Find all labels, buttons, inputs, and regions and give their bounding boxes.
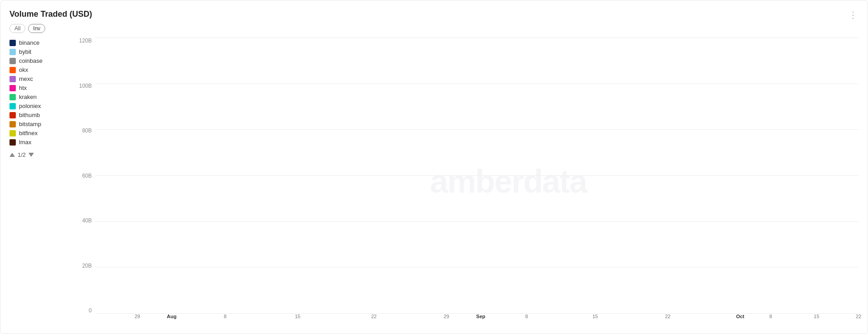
chart-inner: 120B100B80B60B40B20B0 amberdata 29Aug815… (73, 38, 859, 325)
legend-label-htx: htx (19, 85, 27, 91)
legend-item-bybit[interactable]: bybit (9, 48, 73, 55)
legend-label-coinbase: coinbase (19, 57, 42, 64)
legend-item-lmax[interactable]: lmax (9, 139, 73, 146)
legend-item-okx[interactable]: okx (9, 66, 73, 73)
y-axis-label: 120B (79, 38, 92, 44)
x-axis-label: 15 (295, 314, 300, 319)
y-axis: 120B100B80B60B40B20B0 (73, 38, 95, 325)
legend-color-mexc (9, 76, 16, 82)
x-axis-label: 15 (593, 314, 598, 319)
x-axis-label: 22 (856, 314, 861, 319)
legend-label-okx: okx (19, 66, 28, 73)
chart-title: Volume Traded (USD) (9, 9, 92, 19)
y-axis-label: 20B (82, 263, 92, 269)
filter-all-button[interactable]: All (9, 24, 25, 33)
legend-pagination: 1/2 (9, 151, 73, 158)
legend-item-htx[interactable]: htx (9, 85, 73, 91)
legend-color-bitfinex (9, 130, 16, 136)
legend-color-okx (9, 67, 16, 73)
chart-header: Volume Traded (USD) ⋮ (9, 9, 859, 20)
legend-next-button[interactable] (28, 153, 34, 157)
legend-color-bitstamp (9, 121, 16, 127)
legend-label-bybit: bybit (19, 48, 31, 55)
y-axis-label: 60B (82, 173, 92, 179)
x-axis-label: Sep (476, 314, 485, 319)
filter-inv-button[interactable]: Inv (28, 24, 45, 33)
legend: binance bybit coinbase okx mexc htx krak… (9, 38, 73, 325)
legend-item-bitstamp[interactable]: bitstamp (9, 121, 73, 127)
x-axis-label: 8 (224, 314, 226, 319)
y-axis-label: 100B (79, 83, 92, 89)
legend-color-kraken (9, 94, 16, 100)
legend-color-bithumb (9, 112, 16, 118)
legend-label-mexc: mexc (19, 75, 33, 82)
legend-item-poloniex[interactable]: poloniex (9, 103, 73, 109)
x-axis-label: 22 (371, 314, 377, 319)
legend-label-bithumb: bithumb (19, 112, 40, 118)
legend-label-bitstamp: bitstamp (19, 121, 41, 127)
x-axis-label: 29 (443, 314, 449, 319)
x-axis-label: Aug (167, 314, 176, 319)
chart-plot: amberdata 29Aug8152229Sep81522Oct81522 (95, 38, 859, 325)
legend-prev-button[interactable] (9, 153, 15, 157)
x-axis-label: 8 (769, 314, 772, 319)
more-options-icon[interactable]: ⋮ (849, 9, 859, 20)
x-axis: 29Aug8152229Sep81522Oct81522 (95, 314, 859, 325)
legend-color-lmax (9, 139, 16, 146)
legend-item-kraken[interactable]: kraken (9, 94, 73, 100)
legend-label-kraken: kraken (19, 94, 37, 100)
filter-row: All Inv (9, 24, 859, 33)
legend-label-binance: binance (19, 39, 40, 46)
legend-item-bitfinex[interactable]: bitfinex (9, 130, 73, 136)
legend-item-binance[interactable]: binance (9, 39, 73, 46)
x-axis-label: 22 (665, 314, 670, 319)
chart-area: 120B100B80B60B40B20B0 amberdata 29Aug815… (73, 38, 859, 325)
legend-color-poloniex (9, 103, 16, 109)
x-axis-label: 8 (525, 314, 528, 319)
y-axis-label: 80B (82, 127, 92, 134)
legend-label-lmax: lmax (19, 139, 31, 146)
x-axis-label: 15 (814, 314, 819, 319)
legend-page: 1/2 (18, 151, 26, 158)
y-axis-label: 40B (82, 217, 92, 224)
legend-item-mexc[interactable]: mexc (9, 75, 73, 82)
bars-container (95, 38, 859, 314)
legend-color-bybit (9, 49, 16, 55)
legend-color-coinbase (9, 58, 16, 64)
x-axis-label: 29 (135, 314, 140, 319)
legend-item-bithumb[interactable]: bithumb (9, 112, 73, 118)
main-container: Volume Traded (USD) ⋮ All Inv binance by… (0, 0, 868, 334)
legend-item-coinbase[interactable]: coinbase (9, 57, 73, 64)
legend-label-poloniex: poloniex (19, 103, 41, 109)
legend-color-binance (9, 40, 16, 46)
legend-label-bitfinex: bitfinex (19, 130, 38, 136)
y-axis-label: 0 (89, 307, 92, 314)
legend-color-htx (9, 85, 16, 91)
x-axis-label: Oct (736, 314, 744, 319)
main-area: binance bybit coinbase okx mexc htx krak… (9, 38, 859, 325)
